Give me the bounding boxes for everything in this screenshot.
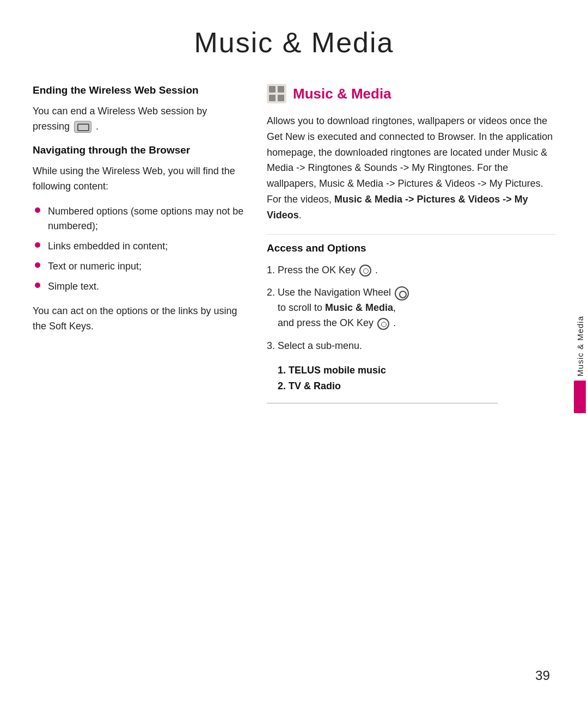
navigating-heading: Navigating through the Browser xyxy=(33,144,245,157)
step-3: 3. Select a sub-menu. xyxy=(267,339,555,354)
access-options-heading: Access and Options xyxy=(267,234,555,254)
sidebar-tab-label: Music & Media xyxy=(575,316,585,376)
right-column: Music & Media Allows you to download rin… xyxy=(267,78,555,414)
section-navigating: Navigating through the Browser While usi… xyxy=(33,144,245,334)
navigating-footer: You can act on the options or the links … xyxy=(33,304,245,334)
sidebar-tab: Music & Media xyxy=(572,316,588,425)
end-key-icon xyxy=(74,121,91,133)
list-item: Text or numeric input; xyxy=(33,259,245,274)
svg-rect-2 xyxy=(278,86,284,93)
sidebar-tab-bar xyxy=(574,381,586,413)
music-media-icon xyxy=(267,84,286,103)
section-ending-web: Ending the Wireless Web Session You can … xyxy=(33,84,245,134)
navigating-intro: While using the Wireless Web, you will f… xyxy=(33,164,245,194)
ok-key-icon-1 xyxy=(359,265,371,277)
sub-menu-item-2: 2. TV & Radio xyxy=(278,378,555,394)
svg-rect-1 xyxy=(269,86,275,93)
music-media-description: Allows you to download ringtones, wallpa… xyxy=(267,113,555,223)
nav-wheel-icon xyxy=(395,286,409,301)
sub-menu-list: 1. TELUS mobile music 2. TV & Radio xyxy=(267,363,555,394)
page-title: Music & Media xyxy=(0,0,588,78)
ending-web-heading: Ending the Wireless Web Session xyxy=(33,84,245,97)
page-number: 39 xyxy=(535,668,550,683)
sub-menu-item-1: 1. TELUS mobile music xyxy=(278,363,555,378)
steps-list: 1. Press the OK Key . 2. Use the Navigat… xyxy=(267,263,555,354)
step-1: 1. Press the OK Key . xyxy=(267,263,555,278)
bullet-list: Numbered options (some options may not b… xyxy=(33,204,245,294)
left-column: Ending the Wireless Web Session You can … xyxy=(33,78,245,414)
ok-key-icon-2 xyxy=(377,318,389,330)
section-divider xyxy=(267,403,498,403)
music-media-title: Music & Media xyxy=(293,85,391,102)
music-media-section-title: Music & Media xyxy=(267,84,555,103)
list-item: Simple text. xyxy=(33,279,245,294)
svg-rect-4 xyxy=(278,95,284,101)
svg-rect-3 xyxy=(269,95,275,101)
list-item: Links embedded in content; xyxy=(33,239,245,254)
list-item: Numbered options (some options may not b… xyxy=(33,204,245,234)
ending-web-body: You can end a Wireless Web session by pr… xyxy=(33,104,245,134)
step-2: 2. Use the Navigation Wheel to scroll to… xyxy=(267,285,555,331)
